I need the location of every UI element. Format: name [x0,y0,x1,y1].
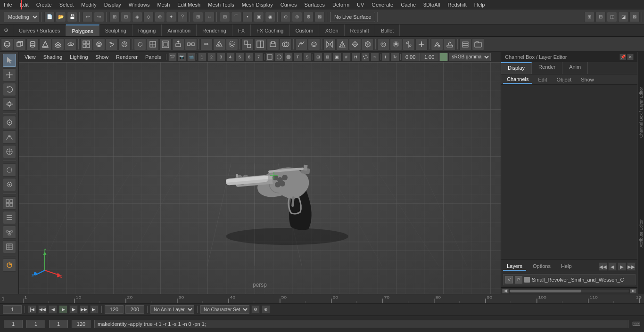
layer-scroll-left-btn[interactable]: ◀ [502,289,509,293]
play-prev-btn[interactable]: ◀ [49,305,57,314]
tab-custom[interactable]: Custom [290,24,320,36]
layer-icon-btn[interactable] [459,38,471,50]
resolution-gate-btn[interactable]: ⊞ [314,53,322,61]
live-surface-btn[interactable]: No Live Surface [330,12,375,22]
rp-subtab-help[interactable]: Help [557,262,576,271]
xray-icon-btn[interactable] [377,38,389,50]
viewport[interactable]: View Shading Lighting Show Renderer Pane… [19,52,501,294]
quad-icon-btn[interactable] [349,38,361,50]
menu-edit[interactable]: Edit [16,1,33,8]
layout-btn5[interactable]: ⊠ [629,12,640,22]
vp-menu-show[interactable]: Show [93,53,112,61]
snap-grid-btn[interactable]: ⊞ [220,12,230,22]
play-first-btn[interactable]: |◀ [28,305,36,314]
scale-tool-btn[interactable] [3,97,16,111]
tab-polygons[interactable]: Polygons [66,24,99,36]
shade-btn[interactable] [284,53,293,61]
show-manip-btn[interactable] [3,145,16,158]
paint-sel-btn[interactable] [3,178,16,191]
panel-close-btn[interactable]: ✕ [627,54,634,60]
bridge-icon-btn[interactable] [185,38,197,50]
vp-menu-view[interactable]: View [22,53,39,61]
layer-ref-btn[interactable]: P [515,276,522,283]
layer-scrollbar[interactable]: ◀ ▶ [501,287,637,294]
playback-end-input[interactable] [105,305,124,314]
snap2-btn[interactable]: ✦ [166,12,176,22]
rp-tab-render[interactable]: Render [532,62,562,74]
snap-point-btn[interactable]: • [242,12,253,22]
attract-icon-btn[interactable] [415,38,428,50]
sym-icon-btn[interactable] [403,38,415,50]
layer-scroll-right-btn[interactable]: ▶ [630,289,636,293]
ipr-btn[interactable]: ⊛ [292,12,302,22]
layout-btn1[interactable]: ⊞ [584,12,594,22]
menu-redshift[interactable]: Redshift [444,1,470,8]
extract-icon-btn[interactable] [267,38,279,50]
attr-editor-side-label[interactable]: Attribute Editor [637,173,644,294]
vp-menu-shading[interactable]: Shading [41,53,65,61]
isolate-btn[interactable]: I [381,53,390,61]
char-set-extra-btn1[interactable]: ⚙ [251,305,260,314]
command-input[interactable] [94,320,628,328]
hud-btn[interactable]: H [352,53,360,61]
layer-scroll-thumb[interactable] [510,290,581,292]
film-gate-btn[interactable]: ▣ [333,53,341,61]
grid-btn[interactable]: # [342,53,351,61]
layout-btn2[interactable]: ⊟ [595,12,606,22]
undo-btn[interactable]: ↩ [83,12,93,22]
tab-animation[interactable]: Animation [162,24,197,36]
menu-modify[interactable]: Modify [77,1,100,8]
tab-rendering[interactable]: Rendering [197,24,232,36]
display-2-btn[interactable]: 2 [207,53,216,61]
render-seq-btn[interactable]: ⊠ [314,12,325,22]
menu-curves[interactable]: Curves [277,1,301,8]
shadow-btn[interactable]: S [303,53,312,61]
play-next-btn[interactable]: ▶ [69,305,78,314]
tab-rigging[interactable]: Rigging [132,24,162,36]
move-btn[interactable]: ↔ [204,12,215,22]
tab-fx[interactable]: FX [232,24,251,36]
play-btn[interactable]: ▶ [59,305,67,314]
softsel-icon-btn[interactable] [390,38,402,50]
universal-manip-btn[interactable] [3,116,16,129]
vp-menu-panels[interactable]: Panels [142,53,164,61]
display-3-btn[interactable]: 3 [217,53,225,61]
menu-edit-mesh[interactable]: Edit Mesh [173,1,204,8]
exposure-input[interactable] [421,53,438,61]
menu-windows[interactable]: Windows [125,1,154,8]
paintfx-icon-btn[interactable] [444,38,456,50]
redo-btn[interactable]: ↪ [94,12,104,22]
play-next-key-btn[interactable]: ▶▶ [80,305,88,314]
append-icon-btn[interactable] [213,38,225,50]
display-4-btn[interactable]: 4 [226,53,235,61]
script-editor-icon[interactable]: ⌨ [632,321,640,327]
display-7-btn[interactable]: 7 [255,53,263,61]
open-btn[interactable]: 📂 [56,12,66,22]
rp-subtab-options[interactable]: Options [529,262,554,271]
smooth-disp-btn[interactable] [275,53,283,61]
bool-icon-btn[interactable] [280,38,292,50]
camera-2-btn[interactable]: 📹 [187,53,196,61]
menu-generate[interactable]: Generate [368,1,397,8]
soccer-icon-btn[interactable] [118,38,131,50]
prim2-icon-btn[interactable] [147,38,159,50]
rp-subtab-object[interactable]: Object [553,76,575,83]
menu-file[interactable]: File [0,1,16,8]
render-btn[interactable]: ⊙ [281,12,291,22]
triangulate-icon-btn[interactable] [336,38,348,50]
prim3-icon-btn[interactable] [159,38,172,50]
transform-btn[interactable]: ⊞ [193,12,203,22]
wire-btn[interactable] [265,53,274,61]
menu-mesh-display[interactable]: Mesh Display [238,1,277,8]
extrude-icon-btn[interactable] [172,38,184,50]
rp-tab-display[interactable]: Display [501,62,532,74]
status-field3[interactable] [49,320,68,328]
viewport-canvas[interactable]: x y z persp [19,62,501,294]
combine-icon-btn[interactable] [241,38,254,50]
vp-menu-renderer[interactable]: Renderer [113,53,140,61]
menu-create[interactable]: Create [33,1,56,8]
prim-icon-btn[interactable]: ⬡ [134,38,146,50]
rotate-tool-btn[interactable] [3,83,16,96]
render-settings-btn[interactable]: ⚙ [303,12,314,22]
cone-icon-btn[interactable] [39,38,51,50]
